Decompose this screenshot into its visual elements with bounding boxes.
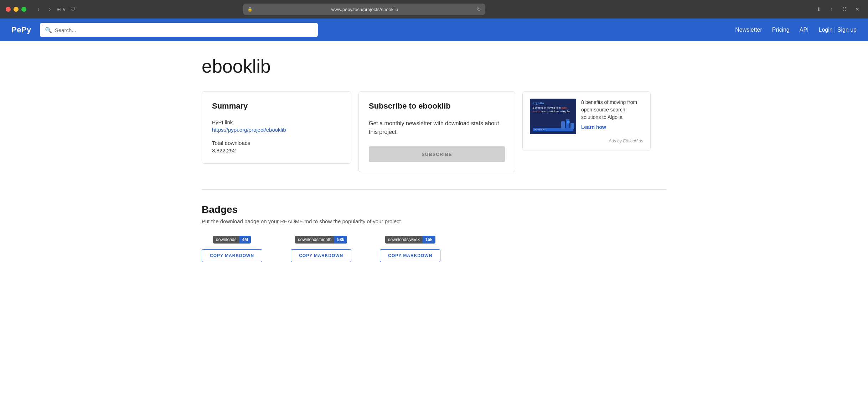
- ad-logo: algolia: [533, 101, 573, 105]
- ad-graphic: [560, 117, 575, 131]
- shield-left-total: downloads: [213, 236, 239, 244]
- pricing-link[interactable]: Pricing: [772, 27, 790, 33]
- svg-point-3: [567, 121, 570, 124]
- ad-headline: 8 benefits of moving from open source se…: [533, 106, 573, 113]
- summary-card-title: Summary: [212, 101, 341, 111]
- ad-learn-link[interactable]: Learn how: [581, 124, 606, 130]
- badge-item-total: downloads 4M COPY MARKDOWN: [202, 236, 262, 262]
- shield-right-week: 15k: [423, 236, 435, 244]
- nav-links: Newsletter Pricing API Login | Sign up: [735, 27, 857, 33]
- ad-card: algolia 8 benefits of moving from open s…: [522, 91, 651, 151]
- ad-text-block: 8 benefits of moving from open-source se…: [581, 99, 643, 130]
- subscribe-description: Get a monthly newsletter with download s…: [369, 119, 505, 136]
- copy-markdown-total-button[interactable]: COPY MARKDOWN: [202, 249, 262, 262]
- shield-left-week: downloads/week: [385, 236, 423, 244]
- browser-actions: ⬇ ↑ ⠿ ✕: [814, 4, 862, 14]
- subscribe-card: Subscribe to ebooklib Get a monthly news…: [358, 91, 515, 172]
- brand-logo[interactable]: PePy: [11, 25, 31, 35]
- badge-item-week: downloads/week 15k COPY MARKDOWN: [380, 236, 440, 262]
- copy-markdown-week-button[interactable]: COPY MARKDOWN: [380, 249, 440, 262]
- copy-markdown-month-button[interactable]: COPY MARKDOWN: [291, 249, 351, 262]
- shield-right-month: 58k: [334, 236, 347, 244]
- badges-row: downloads 4M COPY MARKDOWN downloads/mon…: [202, 236, 666, 262]
- shield-left-month: downloads/month: [295, 236, 334, 244]
- shield-badge-month: downloads/month 58k: [295, 236, 347, 244]
- close-button[interactable]: [6, 7, 11, 12]
- search-icon: 🔍: [45, 27, 52, 33]
- share-icon[interactable]: ↑: [827, 4, 837, 14]
- shield-badge-total: downloads 4M: [213, 236, 251, 244]
- summary-card: Summary PyPI link https://pypi.org/proje…: [202, 91, 351, 164]
- pypi-label: PyPI link: [212, 119, 341, 125]
- apps-icon[interactable]: ⠿: [839, 4, 849, 14]
- downloads-label: Total downloads: [212, 140, 341, 146]
- page-title: ebooklib: [202, 56, 666, 77]
- app: PePy 🔍 Newsletter Pricing API Login | Si…: [0, 19, 868, 413]
- pypi-link[interactable]: https://pypi.org/project/ebooklib: [212, 127, 341, 133]
- ad-description: 8 benefits of moving from open-source se…: [581, 99, 643, 121]
- navbar: PePy 🔍 Newsletter Pricing API Login | Si…: [0, 19, 868, 41]
- reload-button[interactable]: ↻: [477, 6, 481, 12]
- search-input[interactable]: [40, 23, 318, 37]
- new-tab-icon[interactable]: ✕: [852, 4, 862, 14]
- svg-rect-2: [570, 123, 574, 129]
- svg-rect-0: [561, 121, 565, 129]
- ad-inner: algolia 8 benefits of moving from open s…: [530, 99, 643, 134]
- subscribe-button[interactable]: SUBSCRIBE: [369, 146, 505, 162]
- back-button[interactable]: ‹: [33, 4, 43, 14]
- newsletter-link[interactable]: Newsletter: [735, 27, 762, 33]
- view-options-button[interactable]: ⊞ ∨: [56, 4, 66, 14]
- badges-title: Badges: [202, 204, 666, 215]
- badges-subtitle: Put the download badge on your README.md…: [202, 218, 666, 224]
- url-text[interactable]: www.pepy.tech/projects/ebooklib: [255, 7, 474, 12]
- ad-image: algolia 8 benefits of moving from open s…: [530, 99, 576, 134]
- cards-row: Summary PyPI link https://pypi.org/proje…: [202, 91, 666, 172]
- nav-buttons: ‹ › ⊞ ∨: [33, 4, 66, 14]
- lock-icon: 🔒: [247, 7, 253, 12]
- shield-icon[interactable]: 🛡: [71, 7, 75, 12]
- api-link[interactable]: API: [800, 27, 809, 33]
- shield-badge-week: downloads/week 15k: [385, 236, 435, 244]
- shield-right-total: 4M: [239, 236, 251, 244]
- svg-rect-1: [566, 119, 569, 129]
- login-link[interactable]: Login | Sign up: [819, 27, 857, 33]
- address-bar: 🔒 www.pepy.tech/projects/ebooklib ↻: [243, 4, 485, 15]
- ad-footer: Ads by EthicalAds: [530, 138, 643, 143]
- subscribe-card-title: Subscribe to ebooklib: [369, 101, 505, 111]
- browser-chrome: ‹ › ⊞ ∨ 🛡 🔒 www.pepy.tech/projects/ebook…: [0, 0, 868, 19]
- forward-button[interactable]: ›: [45, 4, 55, 14]
- content: ebooklib Summary PyPI link https://pypi.…: [185, 41, 683, 276]
- fullscreen-button[interactable]: [21, 7, 26, 12]
- minimize-button[interactable]: [14, 7, 19, 12]
- traffic-lights: [6, 7, 26, 12]
- badge-item-month: downloads/month 58k COPY MARKDOWN: [291, 236, 351, 262]
- badges-section: Badges Put the download badge on your RE…: [202, 189, 666, 262]
- search-wrapper: 🔍: [40, 23, 318, 37]
- downloads-count: 3,822,252: [212, 147, 341, 153]
- download-icon[interactable]: ⬇: [814, 4, 824, 14]
